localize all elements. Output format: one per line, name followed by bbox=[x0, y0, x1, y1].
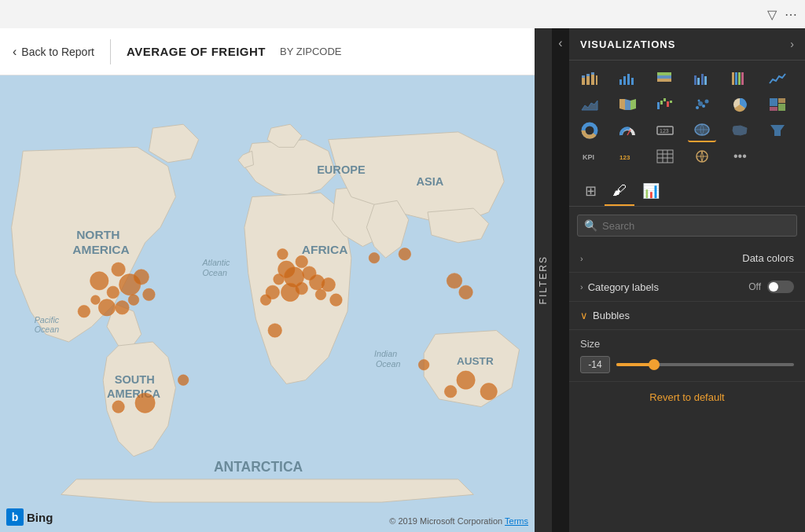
back-to-report-button[interactable]: ‹ Back to Report bbox=[13, 45, 94, 59]
map-container[interactable]: NORTH AMERICA Pacific Ocean Atlantic Oce… bbox=[0, 75, 535, 532]
svg-point-34 bbox=[281, 283, 299, 301]
svg-point-87 bbox=[705, 100, 709, 104]
viz-table-icon[interactable] bbox=[651, 145, 679, 168]
main-area: ‹ Back to Report AVERAGE OF FREIGHT BY Z… bbox=[0, 28, 805, 532]
svg-marker-77 bbox=[625, 99, 630, 110]
filters-sidebar[interactable]: FILTERS bbox=[535, 28, 552, 532]
svg-rect-83 bbox=[670, 101, 672, 103]
svg-rect-93 bbox=[770, 107, 777, 111]
svg-text:Atlantic: Atlantic bbox=[201, 258, 230, 267]
svg-rect-64 bbox=[657, 79, 671, 82]
collapse-panel-button[interactable]: ‹ bbox=[552, 28, 569, 532]
svg-point-36 bbox=[322, 277, 335, 291]
more-icon[interactable]: ⋯ bbox=[785, 7, 797, 22]
viz-area-chart-icon[interactable] bbox=[575, 93, 604, 116]
viz-panel-title: VISUALIZATIONS bbox=[580, 39, 675, 50]
svg-point-50 bbox=[444, 385, 457, 398]
tab-format[interactable]: 🖌 bbox=[605, 178, 634, 206]
viz-bar-chart-icon[interactable] bbox=[613, 67, 641, 90]
svg-marker-76 bbox=[619, 99, 625, 110]
svg-rect-61 bbox=[623, 76, 626, 85]
bubbles-header[interactable]: ∨ Bubbles bbox=[569, 302, 805, 330]
bubbles-arrow: ∨ bbox=[580, 310, 588, 321]
data-colors-label: Data colors bbox=[742, 252, 794, 264]
svg-point-45 bbox=[369, 252, 380, 263]
header: ‹ Back to Report AVERAGE OF FREIGHT BY Z… bbox=[0, 28, 535, 75]
svg-rect-81 bbox=[663, 98, 666, 101]
svg-rect-65 bbox=[657, 75, 671, 79]
chevron-left-icon: ‹ bbox=[13, 45, 17, 59]
viz-map-icon[interactable] bbox=[688, 119, 716, 142]
svg-point-85 bbox=[698, 101, 703, 106]
viz-more-visuals-icon[interactable]: ••• bbox=[726, 145, 754, 168]
viz-panel-header: VISUALIZATIONS › bbox=[569, 28, 805, 61]
viz-123-icon[interactable]: 123 bbox=[613, 145, 641, 168]
filter-icon[interactable]: ▽ bbox=[767, 7, 777, 22]
viz-100-bar-icon[interactable] bbox=[726, 67, 754, 90]
svg-point-42 bbox=[112, 401, 125, 413]
svg-rect-68 bbox=[697, 78, 700, 85]
back-label: Back to Report bbox=[21, 46, 94, 58]
tab-fields[interactable]: ⊞ bbox=[577, 178, 605, 206]
viz-gauge-icon[interactable] bbox=[613, 119, 641, 142]
viz-card-icon[interactable]: 123 bbox=[651, 119, 679, 142]
svg-rect-90 bbox=[770, 98, 777, 106]
svg-marker-78 bbox=[630, 99, 636, 110]
category-labels-toggle[interactable] bbox=[767, 281, 794, 293]
svg-point-48 bbox=[459, 285, 472, 299]
viz-donut-icon[interactable] bbox=[575, 119, 604, 142]
svg-point-47 bbox=[447, 273, 461, 288]
data-colors-header[interactable]: › Data colors bbox=[569, 244, 805, 272]
svg-text:123: 123 bbox=[619, 154, 630, 161]
viz-panel-chevron-right[interactable]: › bbox=[790, 38, 794, 50]
viz-funnel-icon[interactable] bbox=[763, 119, 792, 142]
svg-rect-69 bbox=[701, 74, 704, 85]
svg-rect-70 bbox=[704, 76, 707, 85]
viz-waterfall-icon[interactable] bbox=[651, 93, 679, 116]
svg-point-16 bbox=[90, 272, 108, 290]
svg-text:KPI: KPI bbox=[583, 153, 594, 161]
world-map: NORTH AMERICA Pacific Ocean Atlantic Oce… bbox=[0, 75, 535, 532]
viz-globe-icon[interactable] bbox=[688, 145, 716, 168]
viz-stacked-bar2-icon[interactable] bbox=[651, 67, 679, 90]
svg-rect-82 bbox=[667, 101, 669, 107]
slider-fill bbox=[616, 363, 652, 366]
svg-rect-72 bbox=[735, 72, 737, 85]
svg-point-21 bbox=[116, 301, 129, 314]
svg-text:123: 123 bbox=[660, 128, 669, 134]
svg-rect-58 bbox=[591, 72, 594, 75]
svg-point-25 bbox=[91, 295, 101, 305]
viz-line-chart-icon[interactable] bbox=[763, 67, 792, 90]
svg-point-46 bbox=[399, 248, 411, 261]
svg-rect-91 bbox=[778, 98, 785, 103]
svg-point-88 bbox=[698, 100, 700, 102]
svg-rect-73 bbox=[738, 72, 741, 85]
svg-text:Pacific: Pacific bbox=[35, 315, 60, 325]
viz-scatter-icon[interactable] bbox=[688, 93, 716, 116]
bing-logo: b Bing bbox=[6, 508, 53, 526]
revert-section: Revert to default bbox=[569, 382, 805, 413]
svg-text:EUROPE: EUROPE bbox=[317, 163, 366, 176]
viz-pie-chart-icon[interactable] bbox=[726, 93, 754, 116]
viz-icon-grid: 123 KPI 123 bbox=[569, 61, 805, 171]
tab-analytics[interactable]: 📊 bbox=[634, 178, 667, 206]
viz-filled-map-icon[interactable] bbox=[726, 119, 754, 142]
terms-link[interactable]: Terms bbox=[505, 516, 528, 526]
revert-to-default-button[interactable]: Revert to default bbox=[649, 391, 724, 403]
viz-kpi-icon[interactable]: KPI bbox=[575, 145, 604, 168]
search-input[interactable] bbox=[602, 220, 790, 232]
svg-rect-63 bbox=[631, 78, 634, 85]
category-labels-header[interactable]: › Category labels Off bbox=[569, 273, 805, 301]
size-slider-track[interactable] bbox=[616, 363, 794, 366]
viz-stacked-bar-icon[interactable] bbox=[575, 67, 604, 90]
bing-icon: b bbox=[6, 508, 24, 526]
viz-grouped-bar-icon[interactable] bbox=[688, 67, 716, 90]
svg-text:AMERICA: AMERICA bbox=[72, 243, 129, 256]
bubbles-accordion: ∨ Bubbles Size -14 bbox=[569, 302, 805, 382]
viz-treemap-icon[interactable] bbox=[763, 93, 792, 116]
svg-point-26 bbox=[78, 305, 90, 317]
bing-label: Bing bbox=[27, 511, 53, 524]
viz-ribbon-chart-icon[interactable] bbox=[613, 93, 641, 116]
slider-thumb[interactable] bbox=[649, 359, 660, 370]
svg-point-17 bbox=[112, 262, 125, 276]
